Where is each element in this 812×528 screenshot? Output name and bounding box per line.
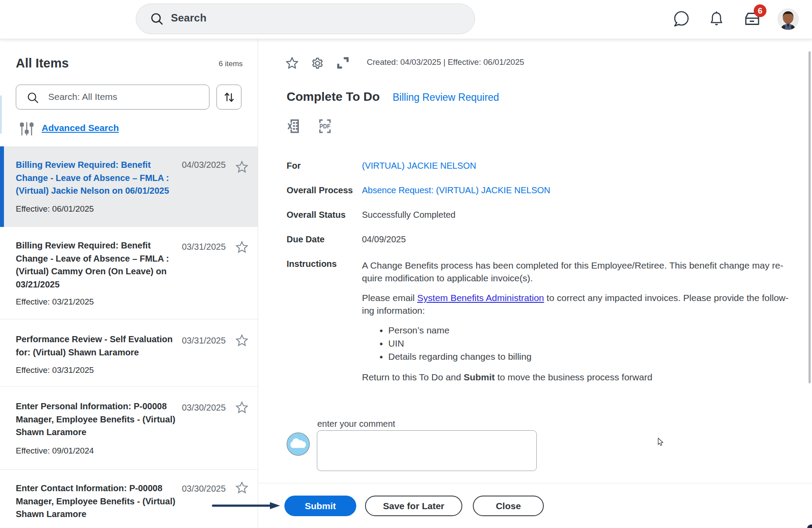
svg-text:PDF: PDF: [319, 123, 330, 130]
